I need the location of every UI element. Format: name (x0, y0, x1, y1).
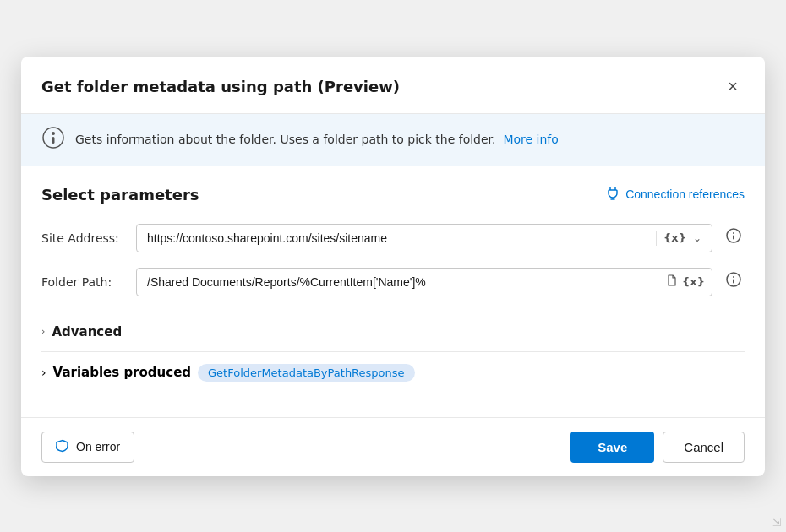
braces-icon-folder: {x} (682, 275, 705, 288)
divider-2 (41, 351, 745, 352)
dialog-header: Get folder metadata using path (Preview)… (21, 57, 765, 114)
variables-produced-row[interactable]: › Variables produced GetFolderMetadataBy… (41, 356, 745, 390)
site-address-actions: {x} ⌄ (656, 231, 712, 246)
site-address-chevron-button[interactable]: ⌄ (690, 231, 705, 246)
dialog: Get folder metadata using path (Preview)… (21, 57, 765, 476)
site-address-input-wrapper: {x} ⌄ (136, 224, 712, 252)
variable-badge: GetFolderMetadataByPathResponse (198, 364, 415, 382)
info-banner: Gets information about the folder. Uses … (21, 114, 765, 166)
advanced-chevron-icon: › (41, 326, 45, 337)
section-title: Select parameters (41, 186, 199, 204)
svg-point-7 (733, 276, 734, 278)
svg-rect-5 (733, 236, 734, 240)
site-address-row: Site Address: {x} ⌄ (41, 224, 745, 252)
divider-1 (41, 312, 745, 312)
folder-path-row: Folder Path: {x} (41, 268, 745, 296)
shield-icon (56, 439, 69, 455)
folder-path-info-button[interactable] (723, 269, 745, 295)
svg-point-4 (733, 232, 734, 234)
resize-handle[interactable]: ⇲ (772, 517, 781, 529)
braces-icon-site: {x} (663, 231, 686, 244)
folder-path-label: Folder Path: (41, 275, 126, 289)
dialog-body: Select parameters Connection references … (21, 172, 765, 410)
more-info-link[interactable]: More info (503, 133, 558, 146)
connection-references-button[interactable]: Connection references (605, 186, 745, 204)
folder-path-input-wrapper: {x} (136, 268, 712, 296)
dialog-title: Get folder metadata using path (Preview) (41, 78, 400, 95)
dialog-footer: On error Save Cancel (21, 417, 765, 476)
section-header: Select parameters Connection references (41, 186, 745, 204)
svg-rect-8 (733, 280, 734, 284)
cancel-button[interactable]: Cancel (663, 432, 745, 463)
folder-path-actions: {x} (658, 274, 712, 290)
connection-ref-label: Connection references (625, 187, 745, 201)
advanced-label: Advanced (52, 324, 122, 339)
site-address-info-button[interactable] (723, 225, 745, 251)
svg-point-1 (52, 132, 55, 135)
close-button[interactable]: × (721, 73, 745, 100)
folder-path-input[interactable] (137, 269, 658, 296)
file-icon (665, 274, 679, 290)
site-address-label: Site Address: (41, 231, 126, 245)
variables-label: Variables produced (53, 365, 191, 380)
info-text: Gets information about the folder. Uses … (75, 133, 559, 146)
on-error-label: On error (76, 440, 120, 453)
info-gear-icon (41, 126, 65, 154)
on-error-button[interactable]: On error (41, 432, 134, 463)
site-address-input[interactable] (137, 225, 656, 252)
footer-right: Save Cancel (570, 432, 745, 463)
variables-chevron-icon: › (41, 366, 46, 379)
plug-icon (605, 186, 620, 204)
svg-rect-2 (52, 137, 55, 144)
save-button[interactable]: Save (570, 432, 654, 463)
advanced-row[interactable]: › Advanced (41, 316, 745, 348)
